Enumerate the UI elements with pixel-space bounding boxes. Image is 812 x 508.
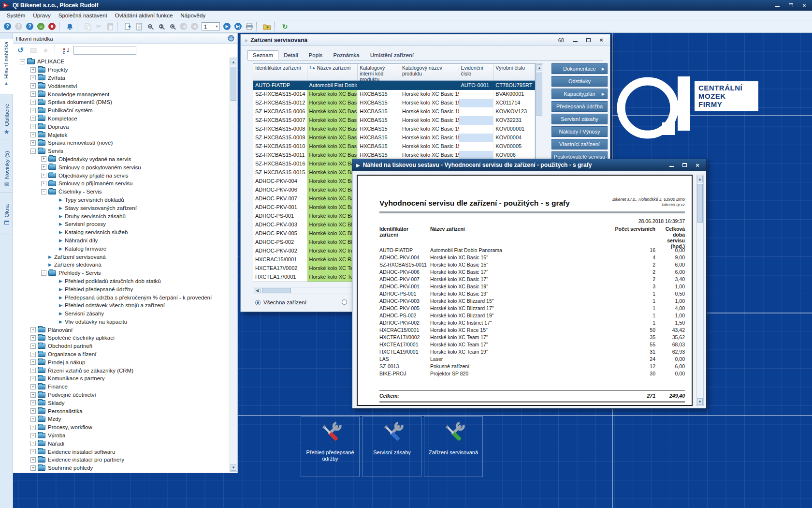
tree-item[interactable]: +Smlouvy o přijímaném servisu — [13, 179, 230, 188]
tree-item[interactable]: +Smlouvy o poskytovaném servisu — [13, 163, 230, 171]
tab-popis[interactable]: Popis — [304, 50, 328, 60]
sort-az-icon[interactable]: AZ — [61, 45, 72, 56]
scroll-down-icon[interactable]: ▼ — [231, 464, 236, 471]
expand-icon[interactable]: + — [30, 327, 36, 332]
menu-item-5[interactable]: Nápovědy — [176, 12, 209, 19]
first-page-icon[interactable]: |◀ — [178, 21, 188, 31]
scrollbar-thumb[interactable] — [697, 184, 703, 223]
tree-item[interactable]: +Objednávky přijaté na servis — [13, 171, 230, 179]
expand-icon[interactable]: + — [30, 425, 36, 430]
tree-item[interactable]: +Objednávky vydané na servis — [13, 155, 230, 164]
table-row[interactable]: SZ-HXCBAS15-0010Horské kolo XC Basic 15"… — [253, 142, 535, 151]
tree-item[interactable]: +Mzdy — [13, 415, 230, 423]
expand-icon[interactable]: + — [30, 392, 36, 398]
maximize-button[interactable] — [583, 36, 593, 44]
notifications-icon[interactable] — [65, 21, 75, 31]
sidebar-tab-hlavn-nab-dka[interactable]: Hlavní nabídka▲ — [0, 39, 13, 94]
expand-icon[interactable]: + — [30, 433, 36, 438]
tree-item[interactable]: +Podvojné účetnictví — [13, 391, 230, 399]
tree-item[interactable]: +Evidence instalací pro partnery — [13, 456, 230, 464]
tree-item[interactable]: +Obchodní partneři — [13, 342, 230, 350]
expand-icon[interactable]: + — [30, 132, 36, 137]
collapse-icon[interactable]: − — [30, 149, 36, 154]
tree-item[interactable]: ▶Servisní zásahy — [13, 310, 230, 318]
expand-icon[interactable]: + — [30, 384, 36, 389]
tree-scrollbar[interactable]: ▲ ▼ — [230, 58, 237, 472]
maximize-button[interactable] — [680, 161, 689, 169]
tree-item[interactable]: −Přehledy - Servis — [13, 269, 230, 277]
tree-item[interactable]: +Správa dokumentů (DMS) — [13, 98, 230, 106]
table-row[interactable]: SZ-HXCBAS15-0006Horské kolo XC Basic 15"… — [253, 107, 535, 116]
tree-item[interactable]: ▶Zařízení sledovaná — [13, 261, 230, 269]
tree-item[interactable]: ▶Servisní procesy — [13, 220, 230, 228]
tree-item[interactable]: ▶Náhradní díly — [13, 237, 230, 245]
tree-item[interactable]: ▶Vliv odstávky na kapacitu — [13, 318, 230, 326]
help-contents-icon[interactable]: ? — [25, 21, 35, 31]
chevron-down-icon[interactable]: ▼ — [215, 25, 218, 28]
sidebar-tab-okna[interactable]: Okna — [0, 201, 13, 235]
tree-item[interactable]: −Číselníky - Servis — [13, 188, 230, 196]
sidebar-tab-obl-ben-[interactable]: Oblíbené★ — [0, 101, 13, 139]
collapse-icon[interactable]: − — [41, 270, 46, 276]
table-row[interactable]: SZ-HXCBAS15-0014Horské kolo XC Basic 15"… — [253, 90, 535, 99]
close-button[interactable]: × — [693, 161, 702, 169]
tab-pozn-mka[interactable]: Poznámka — [328, 50, 364, 60]
tree-item[interactable]: +Komunikace s partnery — [13, 374, 230, 383]
menu-item-1[interactable]: Systém — [3, 12, 29, 19]
expand-icon[interactable]: + — [41, 156, 46, 162]
last-page-icon[interactable]: ▶| — [233, 21, 243, 31]
tree-item[interactable]: +Organizace a řízení — [13, 350, 230, 359]
globe-icon[interactable] — [228, 35, 234, 43]
radio-unselected-icon[interactable] — [342, 299, 347, 305]
expand-icon[interactable]: + — [30, 417, 36, 422]
expand-icon[interactable]: + — [30, 108, 36, 113]
tree-item[interactable]: −APLIKACE — [13, 58, 230, 66]
copy-icon[interactable] — [83, 21, 93, 31]
expand-icon[interactable]: + — [30, 465, 36, 471]
radio-selected-icon[interactable] — [255, 300, 261, 305]
next-page-icon[interactable]: ▶ — [222, 21, 232, 31]
minimize-button[interactable] — [772, 1, 782, 9]
expand-icon[interactable]: + — [30, 457, 36, 463]
expand-icon[interactable]: + — [30, 400, 36, 405]
action-button-dokumentace[interactable]: Dokumentace▶ — [551, 63, 608, 74]
sidebar-tab-novinky-5-[interactable]: Novinky (5)✉ — [0, 148, 13, 193]
tab-seznam[interactable]: Seznam — [247, 50, 278, 60]
minimize-button[interactable] — [667, 161, 676, 169]
prev-page-icon[interactable]: ◀ — [189, 21, 200, 31]
tree-search-input[interactable] — [73, 46, 136, 55]
tree-item[interactable]: +Procesy, workflow — [13, 423, 230, 432]
action-button-p-edepsan-dr-ba[interactable]: Předepsaná údržba — [551, 101, 608, 112]
view-document-icon[interactable] — [134, 21, 144, 31]
menu-item-3[interactable]: Společná nastavení — [55, 12, 111, 19]
tree-item[interactable]: +Zvířata — [13, 74, 230, 82]
expand-icon[interactable]: + — [30, 83, 36, 89]
expand-icon[interactable]: + — [30, 441, 36, 446]
scrollbar-thumb[interactable] — [231, 67, 236, 101]
action-button-kapacity-pl-n[interactable]: Kapacity,plán▶ — [551, 89, 608, 99]
tree-item[interactable]: +Publikační systém — [13, 106, 230, 115]
action-button-vlastn-ci-za-zen-[interactable]: Vlastníci zařízení — [551, 139, 608, 149]
scroll-down-icon[interactable]: ▼ — [697, 398, 703, 405]
column-header[interactable]: 1▲Název zařízení — [307, 64, 358, 80]
scroll-up-icon[interactable]: ▲ — [536, 64, 542, 71]
tree-item[interactable]: +Řízení vztahů se zákazníky (CRM) — [13, 366, 230, 374]
expand-icon[interactable]: + — [30, 116, 36, 121]
tree-item[interactable]: ▶Přehled odstávek všech strojů a zařízen… — [13, 301, 230, 310]
expand-icon[interactable]: + — [30, 352, 36, 357]
filter-radio-2[interactable] — [342, 299, 347, 305]
zoom-out-icon[interactable]: − — [145, 21, 155, 31]
user-help-icon[interactable]: ☺ — [36, 21, 46, 31]
tree-item[interactable]: ▶Druhy servisních zásahů — [13, 212, 230, 220]
menu-item-2[interactable]: Úpravy — [29, 12, 54, 19]
menu-item-4[interactable]: Ovládání aktivní funkce — [111, 12, 177, 19]
refresh-icon[interactable]: ↺ — [15, 45, 26, 56]
expand-icon[interactable]: + — [30, 408, 36, 414]
table-row[interactable]: SZ-HXCBAS15-0007Horské kolo XC Basic 15"… — [253, 116, 535, 125]
column-header[interactable]: Evidenční číslo — [459, 64, 494, 80]
action-button-odst-vky[interactable]: Odstávky — [551, 76, 608, 87]
expand-icon[interactable]: + — [30, 359, 36, 365]
print-icon[interactable] — [244, 21, 254, 31]
transfer-icon[interactable] — [262, 21, 272, 31]
cut-icon[interactable]: ✂ — [94, 21, 104, 31]
